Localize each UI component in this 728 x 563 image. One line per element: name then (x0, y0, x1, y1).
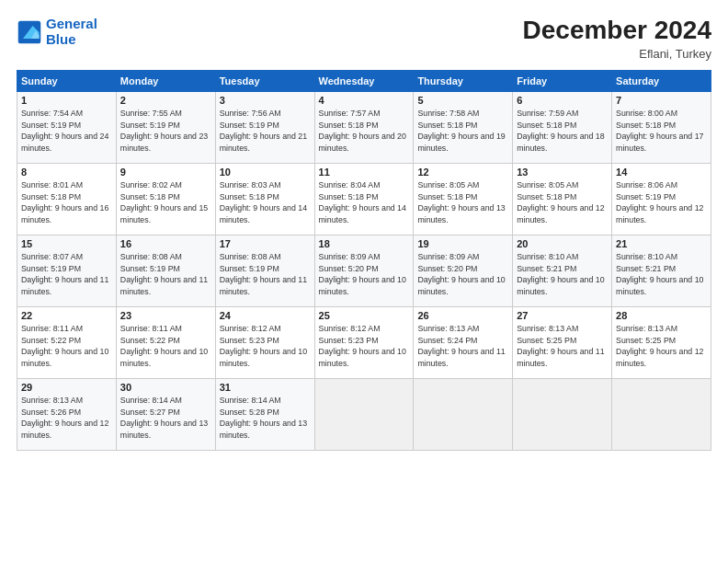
logo-text: General Blue (46, 17, 97, 47)
sunrise-label: Sunrise: 8:10 AM (616, 252, 677, 261)
day-number: 23 (120, 310, 211, 321)
sunrise-label: Sunrise: 7:55 AM (120, 109, 182, 118)
day-info: Sunrise: 7:56 AM Sunset: 5:19 PM Dayligh… (220, 108, 311, 155)
daylight-label: Daylight: 9 hours and 13 minutes. (417, 203, 505, 224)
day-number: 24 (220, 310, 311, 321)
sunset-label: Sunset: 5:18 PM (517, 192, 576, 201)
sunset-label: Sunset: 5:25 PM (517, 336, 576, 345)
calendar-week-2: 8 Sunrise: 8:01 AM Sunset: 5:18 PM Dayli… (17, 163, 711, 235)
day-info: Sunrise: 8:06 AM Sunset: 5:19 PM Dayligh… (616, 179, 707, 226)
sunrise-label: Sunrise: 8:05 AM (417, 180, 479, 190)
sunrise-label: Sunrise: 8:13 AM (517, 324, 578, 333)
daylight-label: Daylight: 9 hours and 24 minutes. (21, 132, 108, 153)
subtitle: Eflani, Turkey (523, 47, 711, 61)
daylight-label: Daylight: 9 hours and 12 minutes. (21, 419, 108, 440)
sunset-label: Sunset: 5:21 PM (517, 264, 576, 273)
calendar-cell: 28 Sunrise: 8:13 AM Sunset: 5:25 PM Dayl… (612, 306, 711, 378)
calendar-week-5: 29 Sunrise: 8:13 AM Sunset: 5:26 PM Dayl… (17, 378, 711, 450)
day-info: Sunrise: 8:09 AM Sunset: 5:20 PM Dayligh… (417, 251, 508, 298)
sunrise-label: Sunrise: 8:03 AM (220, 180, 281, 190)
sunrise-label: Sunrise: 8:13 AM (21, 396, 83, 405)
sunset-label: Sunset: 5:18 PM (517, 121, 576, 130)
sunset-label: Sunset: 5:19 PM (120, 121, 180, 130)
day-number: 20 (517, 238, 608, 249)
sunrise-label: Sunrise: 8:07 AM (21, 252, 83, 261)
day-header-monday: Monday (116, 70, 215, 91)
sunset-label: Sunset: 5:18 PM (319, 121, 379, 130)
page: General Blue December 2024 Eflani, Turke… (0, 0, 728, 563)
daylight-label: Daylight: 9 hours and 12 minutes. (616, 203, 703, 224)
sunrise-label: Sunrise: 7:57 AM (319, 109, 381, 118)
day-number: 2 (120, 95, 211, 106)
title-block: December 2024 Eflani, Turkey (523, 17, 711, 61)
sunrise-label: Sunrise: 8:14 AM (120, 396, 182, 405)
calendar-cell: 3 Sunrise: 7:56 AM Sunset: 5:19 PM Dayli… (215, 91, 314, 163)
sunrise-label: Sunrise: 8:10 AM (517, 252, 578, 261)
daylight-label: Daylight: 9 hours and 14 minutes. (220, 203, 307, 224)
day-header-wednesday: Wednesday (314, 70, 414, 91)
sunrise-label: Sunrise: 7:58 AM (417, 109, 479, 118)
daylight-label: Daylight: 9 hours and 10 minutes. (616, 275, 703, 296)
day-info: Sunrise: 8:03 AM Sunset: 5:18 PM Dayligh… (220, 179, 311, 226)
day-info: Sunrise: 8:13 AM Sunset: 5:26 PM Dayligh… (21, 395, 112, 442)
sunset-label: Sunset: 5:27 PM (120, 408, 180, 417)
day-number: 30 (120, 382, 211, 393)
sunset-label: Sunset: 5:19 PM (21, 121, 81, 130)
logo-line2: Blue (46, 31, 76, 47)
header-row: SundayMondayTuesdayWednesdayThursdayFrid… (17, 70, 711, 91)
sunset-label: Sunset: 5:19 PM (220, 121, 279, 130)
day-number: 1 (21, 95, 112, 106)
logo-icon (17, 19, 42, 45)
day-info: Sunrise: 8:04 AM Sunset: 5:18 PM Dayligh… (319, 179, 410, 226)
day-info: Sunrise: 8:01 AM Sunset: 5:18 PM Dayligh… (21, 179, 112, 226)
sunset-label: Sunset: 5:18 PM (319, 192, 379, 201)
sunrise-label: Sunrise: 8:13 AM (616, 324, 677, 333)
day-number: 31 (220, 382, 311, 393)
sunset-label: Sunset: 5:26 PM (21, 408, 81, 417)
day-number: 11 (319, 167, 410, 178)
calendar: SundayMondayTuesdayWednesdayThursdayFrid… (17, 70, 711, 451)
day-number: 27 (517, 310, 608, 321)
calendar-body: 1 Sunrise: 7:54 AM Sunset: 5:19 PM Dayli… (17, 91, 711, 450)
daylight-label: Daylight: 9 hours and 18 minutes. (517, 132, 604, 153)
daylight-label: Daylight: 9 hours and 14 minutes. (319, 203, 406, 224)
day-info: Sunrise: 8:12 AM Sunset: 5:23 PM Dayligh… (319, 323, 410, 370)
daylight-label: Daylight: 9 hours and 19 minutes. (417, 132, 505, 153)
sunset-label: Sunset: 5:19 PM (616, 192, 676, 201)
calendar-cell: 19 Sunrise: 8:09 AM Sunset: 5:20 PM Dayl… (414, 235, 513, 306)
calendar-cell: 16 Sunrise: 8:08 AM Sunset: 5:19 PM Dayl… (116, 235, 215, 306)
calendar-cell: 7 Sunrise: 8:00 AM Sunset: 5:18 PM Dayli… (612, 91, 711, 163)
daylight-label: Daylight: 9 hours and 10 minutes. (220, 347, 307, 368)
calendar-cell: 11 Sunrise: 8:04 AM Sunset: 5:18 PM Dayl… (314, 163, 414, 235)
day-info: Sunrise: 8:09 AM Sunset: 5:20 PM Dayligh… (319, 251, 410, 298)
day-info: Sunrise: 8:10 AM Sunset: 5:21 PM Dayligh… (616, 251, 707, 298)
day-info: Sunrise: 8:10 AM Sunset: 5:21 PM Dayligh… (517, 251, 608, 298)
sunrise-label: Sunrise: 8:12 AM (220, 324, 281, 333)
sunrise-label: Sunrise: 8:00 AM (616, 109, 677, 118)
daylight-label: Daylight: 9 hours and 12 minutes. (517, 203, 604, 224)
day-number: 29 (21, 382, 112, 393)
calendar-cell: 6 Sunrise: 7:59 AM Sunset: 5:18 PM Dayli… (513, 91, 612, 163)
daylight-label: Daylight: 9 hours and 13 minutes. (220, 419, 307, 440)
header: General Blue December 2024 Eflani, Turke… (17, 17, 711, 61)
day-number: 28 (616, 310, 707, 321)
day-number: 25 (319, 310, 410, 321)
sunrise-label: Sunrise: 8:08 AM (120, 252, 182, 261)
day-number: 6 (517, 95, 608, 106)
day-info: Sunrise: 8:02 AM Sunset: 5:18 PM Dayligh… (120, 179, 211, 226)
day-info: Sunrise: 8:05 AM Sunset: 5:18 PM Dayligh… (517, 179, 608, 226)
day-header-thursday: Thursday (414, 70, 513, 91)
day-info: Sunrise: 8:00 AM Sunset: 5:18 PM Dayligh… (616, 108, 707, 155)
calendar-cell: 26 Sunrise: 8:13 AM Sunset: 5:24 PM Dayl… (414, 306, 513, 378)
calendar-cell: 22 Sunrise: 8:11 AM Sunset: 5:22 PM Dayl… (17, 306, 117, 378)
day-header-friday: Friday (513, 70, 612, 91)
calendar-cell: 13 Sunrise: 8:05 AM Sunset: 5:18 PM Dayl… (513, 163, 612, 235)
day-number: 4 (319, 95, 410, 106)
day-info: Sunrise: 8:11 AM Sunset: 5:22 PM Dayligh… (120, 323, 211, 370)
day-number: 13 (517, 167, 608, 178)
day-info: Sunrise: 8:14 AM Sunset: 5:27 PM Dayligh… (120, 395, 211, 442)
daylight-label: Daylight: 9 hours and 10 minutes. (319, 275, 406, 296)
day-number: 26 (417, 310, 508, 321)
calendar-cell: 21 Sunrise: 8:10 AM Sunset: 5:21 PM Dayl… (612, 235, 711, 306)
sunrise-label: Sunrise: 8:14 AM (220, 396, 281, 405)
